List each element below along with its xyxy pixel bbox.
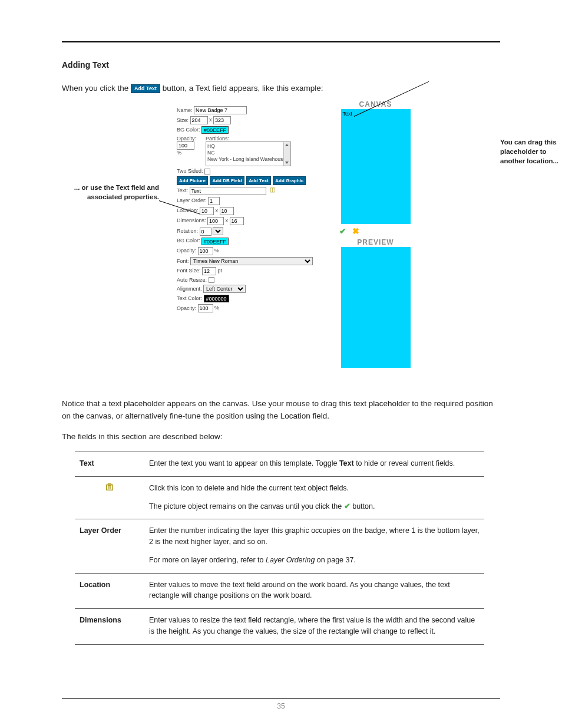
partitions-scrollbar[interactable]	[283, 142, 290, 166]
add-graphic-button[interactable]: Add Graphic	[273, 176, 306, 185]
dim-x-sep: x	[226, 218, 229, 223]
description-paragraph: Enter the text you want to appear on thi…	[149, 458, 480, 469]
partition-item[interactable]: NC	[207, 150, 289, 156]
delete-icon[interactable]	[270, 187, 277, 195]
properties-panel: Name: Size: x BG Color: #00EEFF Opacity:…	[177, 106, 330, 314]
field-label-cell: Dimensions	[75, 609, 144, 645]
bgcolor-label: BG Color:	[177, 127, 200, 133]
fontsize-label: Font Size:	[177, 268, 201, 274]
description-paragraph: The picture object remains on the canvas…	[149, 501, 480, 512]
font-label: Font:	[177, 258, 189, 264]
table-row: DimensionsEnter values to resize the tex…	[75, 609, 484, 645]
partitions-listbox[interactable]: HQ NC New York - Long Island Warehouse	[206, 141, 291, 166]
add-text-button[interactable]: Add Text	[246, 176, 271, 185]
textcolor-label: Text Color:	[177, 295, 202, 301]
size-h-input[interactable]	[213, 116, 231, 124]
opacity-label: Opacity:	[177, 136, 196, 141]
cancel-icon[interactable]: ✖	[352, 226, 359, 236]
description-paragraph: For more on layer ordering, refer to Lay…	[149, 555, 480, 566]
opacity3-label: Opacity:	[177, 305, 196, 311]
size-x: x	[209, 117, 212, 123]
size-label: Size:	[177, 117, 189, 123]
field-description-cell: Enter the text you want to appear on thi…	[144, 452, 484, 477]
size-w-input[interactable]	[190, 116, 208, 124]
annotation-right: You can drag this placeholder to another…	[500, 137, 562, 166]
rotation-label: Rotation:	[177, 228, 198, 234]
opacity2-unit: %	[214, 248, 219, 253]
location-label: Location:	[177, 207, 199, 213]
check-icon[interactable]: ✔	[339, 226, 346, 236]
partition-item[interactable]: HQ	[207, 143, 289, 150]
add-text-inline-button: Add Text	[131, 84, 160, 93]
body-para-1: Notice that a text placeholder appears o…	[62, 398, 500, 423]
name-label: Name:	[177, 107, 193, 113]
field-description-cell: Click this icon to delete and hide the c…	[144, 476, 484, 519]
description-paragraph: Click this icon to delete and hide the c…	[149, 483, 480, 494]
opacity2-label: Opacity:	[177, 248, 196, 253]
autoresize-checkbox[interactable]	[209, 277, 214, 283]
add-picture-button[interactable]: Add Picture	[177, 176, 208, 185]
description-paragraph: Enter the number indicating the layer th…	[149, 525, 480, 548]
opacity3-unit: %	[214, 305, 219, 311]
table-row: TextEnter the text you want to appear on…	[75, 452, 484, 477]
bgcolor2-swatch[interactable]: #00EEFF	[201, 238, 229, 245]
opacity3-input[interactable]	[198, 304, 213, 312]
table-row: LocationEnter values to move the text fi…	[75, 573, 484, 609]
bgcolor-swatch[interactable]: #00EEFF	[201, 126, 229, 134]
text-input[interactable]	[190, 187, 266, 195]
fontsize-unit: pt	[218, 268, 223, 274]
canvas-area[interactable]: Text	[341, 109, 411, 224]
dim-h-input[interactable]	[230, 217, 244, 225]
intro-text: When you click the Add Text button, a Te…	[62, 83, 500, 94]
layer-order-label: Layer Order:	[177, 197, 207, 203]
table-row: Layer OrderEnter the number indicating t…	[75, 519, 484, 573]
field-description-cell: Enter values to move the text field arou…	[144, 573, 484, 609]
location-x-sep: x	[216, 207, 219, 213]
body-para-2: The fields in this section are described…	[62, 431, 500, 443]
rotation-select[interactable]	[213, 227, 223, 235]
name-input[interactable]	[194, 106, 247, 114]
dim-w-input[interactable]	[207, 217, 224, 225]
partition-item[interactable]: New York - Long Island Warehouse	[207, 156, 289, 163]
canvas-heading: CANVAS	[336, 100, 415, 108]
annotation-left: ... or use the Text field and associated…	[74, 183, 159, 202]
text-field-label: Text:	[177, 187, 188, 193]
field-label-cell: Location	[75, 573, 144, 609]
figure-screenshot: ... or use the Text field and associated…	[62, 100, 500, 389]
intro-before: When you click the	[62, 84, 131, 93]
location-y-input[interactable]	[220, 207, 234, 215]
layer-order-input[interactable]	[208, 197, 220, 205]
check-icon: ✔	[344, 502, 351, 510]
bgcolor2-label: BG Color:	[177, 238, 200, 243]
twosided-checkbox[interactable]	[204, 169, 210, 174]
partitions-label: Partitions:	[206, 136, 229, 141]
description-paragraph: Enter values to move the text field arou…	[149, 579, 480, 602]
field-label-cell: Layer Order	[75, 519, 144, 573]
textcolor-swatch[interactable]: #000000	[204, 295, 229, 302]
section-heading: Adding Text	[62, 60, 500, 70]
description-paragraph: Enter values to resize the text field re…	[149, 615, 480, 637]
rotation-input[interactable]	[200, 228, 211, 236]
field-description-cell: Enter values to resize the text field re…	[144, 609, 484, 645]
preview-heading: PREVIEW	[336, 238, 415, 246]
field-description-cell: Enter the number indicating the layer th…	[144, 519, 484, 573]
opacity-unit: %	[177, 150, 181, 156]
add-db-field-button[interactable]: Add DB Field	[210, 176, 244, 185]
field-label-cell: Text	[75, 452, 144, 477]
preview-area	[341, 247, 411, 368]
font-select[interactable]: Times New Roman	[190, 257, 313, 265]
intro-after: button, a Text field appears, like this …	[163, 84, 323, 93]
twosided-label: Two Sided:	[177, 168, 203, 174]
dimensions-label: Dimensions:	[177, 218, 206, 223]
fontsize-input[interactable]	[202, 267, 216, 275]
field-label-cell	[75, 476, 144, 519]
canvas-text-placeholder[interactable]: Text	[343, 111, 353, 117]
alignment-select[interactable]: Left Center	[203, 285, 246, 293]
location-x-input[interactable]	[200, 207, 214, 215]
opacity2-input[interactable]	[198, 247, 213, 255]
canvas-preview-column: CANVAS Text ✔ ✖ PREVIEW	[336, 100, 415, 368]
autoresize-label: Auto Resize:	[177, 277, 207, 283]
opacity-input[interactable]	[177, 141, 194, 150]
page-number: 35	[62, 702, 500, 710]
delete-icon	[105, 483, 114, 491]
